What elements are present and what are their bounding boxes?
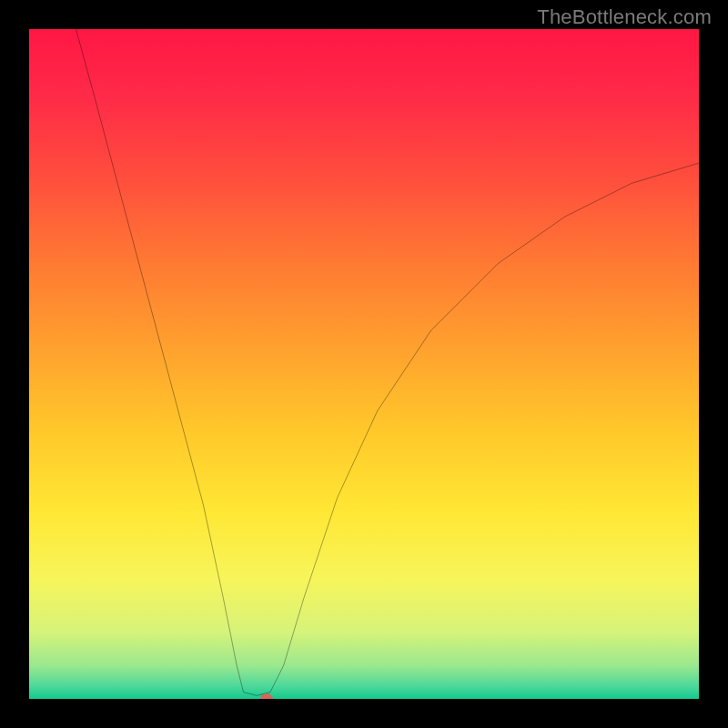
bottleneck-curve <box>29 29 699 699</box>
optimal-point-marker <box>260 693 273 699</box>
watermark-text: TheBottleneck.com <box>537 5 712 29</box>
chart-frame: TheBottleneck.com <box>0 0 728 728</box>
plot-area <box>29 29 699 699</box>
